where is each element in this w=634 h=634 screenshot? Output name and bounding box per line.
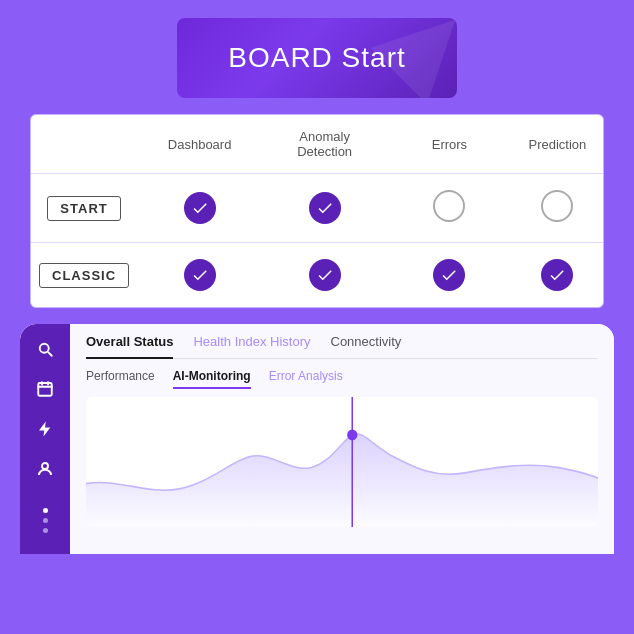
- check-filled-icon: [309, 259, 341, 291]
- svg-point-8: [347, 430, 357, 441]
- svg-point-0: [40, 344, 49, 353]
- chart-area: [86, 397, 598, 527]
- row-classic-label-cell: CLASSIC: [31, 243, 137, 308]
- col-errors-header: Errors: [387, 115, 512, 174]
- table-header-row: Dashboard AnomalyDetection Errors Predic…: [31, 115, 603, 174]
- tab-health-index[interactable]: Health Index History: [193, 334, 310, 358]
- check-filled-icon: [309, 192, 341, 224]
- user-icon[interactable]: [36, 460, 54, 482]
- col-dashboard-header: Dashboard: [137, 115, 262, 174]
- tab-connectivity[interactable]: Connectivity: [331, 334, 402, 358]
- lightning-icon[interactable]: [36, 420, 54, 442]
- subtab-ai-monitoring[interactable]: AI-Monitoring: [173, 369, 251, 389]
- device-subtabs: Performance AI-Monitoring Error Analysis: [86, 369, 598, 389]
- svg-rect-2: [38, 383, 52, 396]
- banner-section: BOARD Start: [0, 0, 634, 114]
- search-icon[interactable]: [36, 340, 54, 362]
- table-row-classic: CLASSIC: [31, 243, 603, 308]
- row-start-errors: [387, 174, 512, 243]
- svg-point-6: [42, 463, 48, 469]
- feature-table-container: Dashboard AnomalyDetection Errors Predic…: [30, 114, 604, 308]
- device-content: Overall Status Health Index History Conn…: [70, 324, 614, 554]
- dot-3: [43, 528, 48, 533]
- check-filled-icon: [433, 259, 465, 291]
- row-start-prediction: [512, 174, 603, 243]
- tab-overall-status[interactable]: Overall Status: [86, 334, 173, 359]
- feature-table: Dashboard AnomalyDetection Errors Predic…: [31, 115, 603, 307]
- row-classic-prediction: [512, 243, 603, 308]
- row-start-anomaly: [262, 174, 387, 243]
- row-start-label-cell: START: [31, 174, 137, 243]
- row-start-label: START: [47, 196, 120, 221]
- check-empty-icon: [433, 190, 465, 222]
- calendar-icon[interactable]: [36, 380, 54, 402]
- device-tabs: Overall Status Health Index History Conn…: [86, 334, 598, 359]
- check-filled-icon: [184, 259, 216, 291]
- subtab-performance[interactable]: Performance: [86, 369, 155, 389]
- subtab-error-analysis[interactable]: Error Analysis: [269, 369, 343, 389]
- check-filled-icon: [541, 259, 573, 291]
- row-classic-anomaly: [262, 243, 387, 308]
- row-start-dashboard: [137, 174, 262, 243]
- banner-title: BOARD Start: [228, 42, 405, 74]
- device-sidebar: [20, 324, 70, 554]
- dot-1: [43, 508, 48, 513]
- dot-2: [43, 518, 48, 523]
- banner-box: BOARD Start: [177, 18, 457, 98]
- col-prediction-header: Prediction: [512, 115, 603, 174]
- table-row-start: START: [31, 174, 603, 243]
- check-filled-icon: [184, 192, 216, 224]
- row-classic-errors: [387, 243, 512, 308]
- check-empty-icon: [541, 190, 573, 222]
- col-label-header: [31, 115, 137, 174]
- svg-line-1: [48, 352, 51, 355]
- device-mockup: Overall Status Health Index History Conn…: [20, 324, 614, 554]
- row-classic-label: CLASSIC: [39, 263, 129, 288]
- col-anomaly-header: AnomalyDetection: [262, 115, 387, 174]
- row-classic-dashboard: [137, 243, 262, 308]
- sidebar-dots: [43, 508, 48, 533]
